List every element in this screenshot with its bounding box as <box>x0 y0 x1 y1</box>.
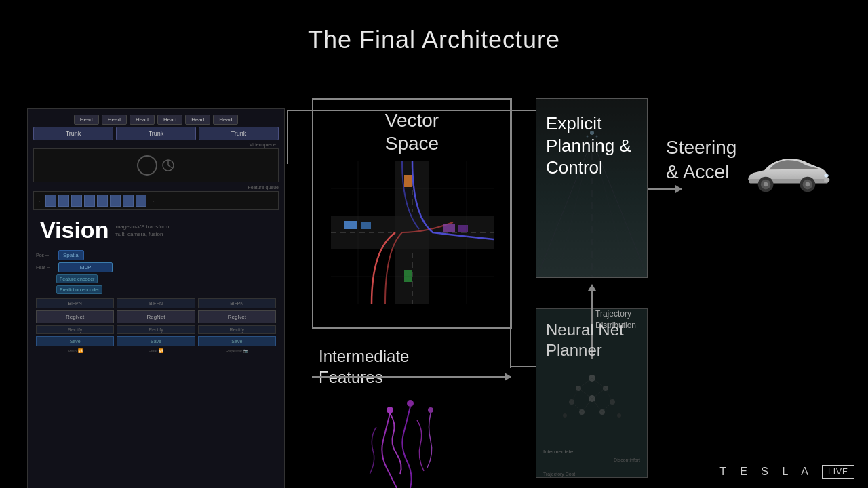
head-box-1: Head <box>74 115 99 125</box>
trunk-box-1: Trunk <box>33 127 113 140</box>
cam-label-repeater: Repeater 📷 <box>198 348 276 353</box>
explicit-planning-box: ExplicitPlanning &Control <box>536 98 648 278</box>
car-svg <box>743 146 831 200</box>
bifpn-1: BiFPN <box>36 298 114 308</box>
rectify-row: Rectify Rectify Rectify <box>36 325 276 334</box>
steering-label: Steering& Accel <box>666 136 736 185</box>
svg-point-21 <box>428 407 433 413</box>
svg-point-54 <box>764 182 768 187</box>
inter-viz <box>326 386 495 488</box>
head-box-2: Head <box>102 115 127 125</box>
trunk-box-2: Trunk <box>116 127 196 140</box>
svg-point-20 <box>407 400 414 407</box>
svg-line-43 <box>572 388 578 402</box>
cam-1: Save <box>36 336 114 346</box>
vision-panel: Head Head Head Head Head Head Trunk Trun… <box>27 108 285 488</box>
svg-line-48 <box>582 399 592 412</box>
mlp-block: MLP <box>58 262 113 272</box>
car-icon <box>743 146 831 203</box>
svg-line-47 <box>572 402 582 412</box>
vector-space-label: VectorSpace <box>385 109 439 155</box>
svg-point-19 <box>387 407 393 413</box>
svg-line-50 <box>602 402 612 412</box>
svg-point-57 <box>806 182 810 187</box>
page-title: The Final Architecture <box>0 0 868 54</box>
vision-label: Vision <box>40 217 108 243</box>
tesla-wordmark: T E S L A <box>719 466 814 478</box>
rectify-1: Rectify <box>36 325 114 334</box>
feature-queue-bar: → → <box>33 191 279 210</box>
svg-line-45 <box>592 388 606 399</box>
cam-row: Save Save Save <box>36 336 276 346</box>
intermediate-features-label: IntermediateFeatures <box>319 346 409 388</box>
regnet-row: RegNet RegNet RegNet <box>36 310 276 323</box>
head-box-4: Head <box>157 115 182 125</box>
bifpn-2: BiFPN <box>117 298 195 308</box>
bifpn-3: BiFPN <box>198 298 276 308</box>
pred-block: Prediction encoder <box>56 285 102 294</box>
live-badge: LIVE <box>822 465 854 479</box>
svg-point-37 <box>563 413 567 418</box>
svg-line-49 <box>592 399 602 412</box>
vision-small-blocks: Pos ─ Spatial Feat ─ MLP Feature encoder… <box>33 250 279 294</box>
tesla-logo: T E S L A LIVE <box>719 465 854 479</box>
heads-row: Head Head Head Head Head Head <box>33 115 279 125</box>
cam-label-pillar: Pillar 🔁 <box>117 348 195 353</box>
trunk-box-3: Trunk <box>199 127 279 140</box>
head-box-6: Head <box>213 115 238 125</box>
radar-icon <box>137 155 157 176</box>
cam-3: Save <box>198 336 276 346</box>
vector-space-viz <box>331 161 494 304</box>
neural-net-planner-label: Neural NetPlanner <box>536 309 647 365</box>
rectify-2: Rectify <box>117 325 195 334</box>
svg-rect-13 <box>404 175 412 187</box>
regnet-3: RegNet <box>198 310 276 323</box>
spatial-block: Spatial <box>58 250 84 260</box>
v-connector-top <box>287 110 288 164</box>
svg-rect-10 <box>361 222 371 229</box>
cam-label-main: Main 🔁 <box>36 348 114 353</box>
svg-rect-14 <box>404 270 412 282</box>
steering-arrow <box>648 188 682 190</box>
svg-line-44 <box>578 388 592 399</box>
head-box-3: Head <box>130 115 155 125</box>
svg-line-42 <box>592 378 606 388</box>
regnet-1: RegNet <box>36 310 114 323</box>
svg-rect-11 <box>443 224 455 232</box>
svg-line-46 <box>606 388 612 402</box>
vector-space-box: VectorSpace <box>312 98 512 329</box>
cam-2: Save <box>117 336 195 346</box>
neural-net-planner-box: Neural NetPlanner <box>536 308 648 478</box>
neural-dots-viz <box>536 365 647 446</box>
neural-sub-1: Intermediate <box>536 446 647 458</box>
architecture-diagram: Head Head Head Head Head Head Trunk Trun… <box>27 68 841 474</box>
regnet-2: RegNet <box>117 310 195 323</box>
svg-point-58 <box>824 174 829 178</box>
svg-point-40 <box>617 413 621 418</box>
v-line-right <box>510 98 511 368</box>
cam-label-row: Main 🔁 Pillar 🔁 Repeater 📷 <box>36 348 276 353</box>
inter-h-arrow <box>312 376 511 378</box>
svg-line-2 <box>168 165 172 168</box>
rectify-3: Rectify <box>198 325 276 334</box>
video-queue-bar <box>33 148 279 182</box>
svg-line-41 <box>578 378 592 388</box>
trunks-row: Trunk Trunk Trunk <box>33 127 279 140</box>
explicit-planning-label: ExplicitPlanning &Control <box>536 99 647 192</box>
pedestrian-viz <box>349 386 471 488</box>
bifpn-row: BiFPN BiFPN BiFPN <box>36 298 276 308</box>
video-queue-label: Video queue <box>33 142 279 147</box>
svg-rect-9 <box>344 221 357 229</box>
feature-queue-label: Feature queue <box>33 185 279 190</box>
tl-block: Feature encoder <box>56 274 98 283</box>
steering-section: Steering& Accel <box>666 136 736 185</box>
head-box-5: Head <box>185 115 210 125</box>
